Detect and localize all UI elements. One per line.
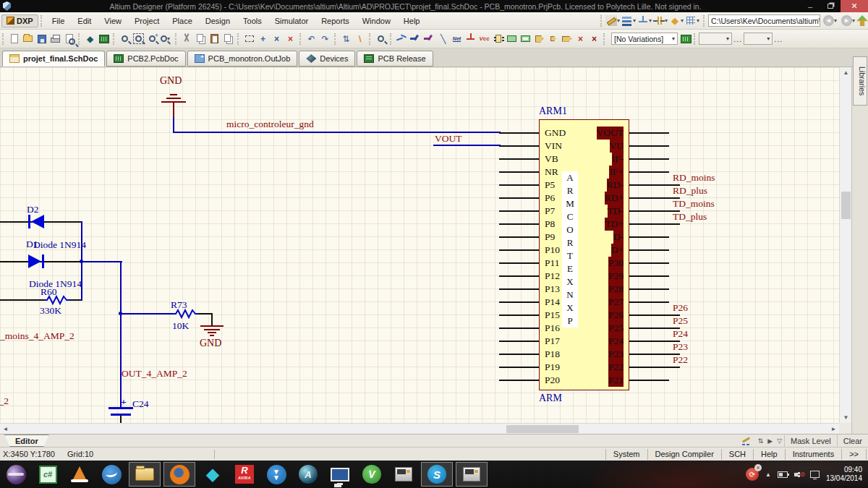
menu-file[interactable]: File [46,14,72,27]
alignment-tools-icon[interactable] [621,15,633,26]
taskbar-firefox-icon[interactable] [163,462,195,487]
deselect-all-icon[interactable]: × [270,32,284,46]
scroll-left-icon[interactable]: ◄ [0,424,11,434]
net-label-rd-plus[interactable]: RD_plus [673,185,707,197]
place-line-icon[interactable]: ╲ [436,32,450,46]
drawing-tools-icon[interactable] [605,15,617,26]
forward-button[interactable]: ► [841,15,852,26]
taskbar-skype-icon[interactable]: S [421,462,453,487]
move-selection-icon[interactable]: + [256,32,270,46]
find-similar-icon[interactable] [374,32,388,46]
taskbar-active-box-icon[interactable] [456,462,488,487]
redo-icon[interactable]: ↷ [318,32,332,46]
panel-button-help[interactable]: Help [753,449,785,460]
tray-sync-error-icon[interactable]: ⟳ [746,468,759,481]
wire[interactable] [82,261,122,262]
net-label-moins-4-amp-2[interactable]: _moins_4_AMP_2 [0,330,75,342]
r73-value[interactable]: 10K [172,320,189,332]
dropdown-caret-icon[interactable]: ▾ [617,17,620,24]
r60-value[interactable]: 330K [40,305,61,317]
taskbar-updater-icon[interactable] [265,463,287,485]
menu-help[interactable]: Help [397,14,427,27]
panel-button-instruments[interactable]: Instruments [785,449,841,460]
arm-comment-vertical-text[interactable]: A R M C O R T E X N X P [562,171,578,328]
zoom-dropdown-icon[interactable]: ▾ [159,32,173,46]
favorites-icon[interactable] [856,15,868,26]
taskbar-openoffice-icon[interactable] [101,463,122,485]
place-sheet-entry-icon[interactable] [519,32,532,46]
taskbar-avira-icon[interactable]: RAVIRA [234,463,255,485]
clear-button[interactable]: Clear [837,435,868,447]
selection-filter-icon[interactable]: ⇅ [756,437,766,445]
close-button[interactable]: ✕ [841,0,868,12]
wire[interactable] [120,261,122,408]
place-signal-harness-icon[interactable] [422,32,436,46]
vertical-scrollbar[interactable]: ▲ ▼ [839,67,851,423]
power-sources-icon[interactable] [637,15,649,26]
place-gnd-port-icon[interactable] [464,32,477,46]
grid-settings-icon[interactable] [685,15,697,26]
editor-tab[interactable]: Editor [4,435,49,447]
net-label-p23[interactable]: P23 [673,341,688,353]
place-harness-connector-icon[interactable] [532,32,546,46]
taskbar-csharp-icon[interactable]: c# [37,463,59,485]
tray-battery-icon[interactable] [778,471,788,478]
menu-project[interactable]: Project [128,14,166,27]
zoom-area-icon[interactable] [132,32,145,46]
c24-designator[interactable]: C24 [132,398,149,410]
dropdown-caret-icon[interactable]: ▾ [697,17,699,24]
tab-pcb-monotron-outjob[interactable]: PCB_monotron.OutJob [187,51,298,67]
net-label-micro-controleur-gnd[interactable]: micro_controleur_gnd [226,119,314,130]
tray-network-icon[interactable] [810,471,820,478]
back-button[interactable]: ◄ [823,15,834,26]
taskbar-file-explorer-icon[interactable] [129,462,161,487]
pcb-document-icon[interactable] [97,32,111,46]
open-document-icon[interactable] [21,32,35,46]
net-label-out-4-amp-2[interactable]: OUT_4_AMP_2 [122,368,187,380]
net-label-p25[interactable]: P25 [673,315,688,327]
scroll-right-icon[interactable]: ► [828,424,839,434]
arm-comment-label[interactable]: ARM [539,393,562,404]
taskbar-autocad-icon[interactable]: A [297,463,319,485]
wire[interactable] [120,416,122,423]
play-filter-icon[interactable]: ▶ [765,437,775,445]
place-harness-entry-icon[interactable] [546,32,560,46]
net-label-p26[interactable]: P26 [673,302,688,314]
tab-projet-final-schdoc[interactable]: projet_final.SchDoc [2,51,105,67]
horizontal-scroll-thumb[interactable] [506,425,579,433]
menu-place[interactable]: Place [166,14,199,27]
restore-button[interactable] [820,0,841,12]
dropdown-caret-icon[interactable]: ▾ [633,17,636,24]
place-bus-icon[interactable] [409,32,422,46]
clear-filter-icon[interactable]: × [284,32,297,46]
browse-button-2[interactable]: ... [774,35,783,43]
place-port-icon[interactable] [560,32,574,46]
copy-icon[interactable] [194,32,208,46]
panel-button-sch[interactable]: SCH [721,449,753,460]
select-area-icon[interactable] [242,32,256,46]
menu-tools[interactable]: Tools [237,14,268,27]
menu-view[interactable]: View [98,14,128,27]
wire-vout[interactable] [433,145,501,146]
devices-view-icon[interactable]: ◆ [83,32,97,46]
zoom-document-icon[interactable] [118,32,132,46]
mask-level-button[interactable]: Mask Level [784,435,837,447]
taskbar-altium-icon[interactable]: ◆ [202,463,224,485]
scroll-up-icon[interactable]: ▲ [840,67,852,78]
taskbar-vlc-icon[interactable] [69,463,90,485]
empty-combobox-2[interactable]: ▾ [744,33,773,45]
place-vcc-port-icon[interactable]: Vcc [477,32,491,46]
place-no-erc-icon[interactable]: × [574,32,587,46]
variations-combobox[interactable]: [No Variations]▾ [611,33,678,45]
schematic-canvas[interactable]: GND micro_controleur_gnd VOUT ARM1 GNDVO… [0,67,839,423]
libraries-panel-tab[interactable]: Libraries [853,56,867,106]
dropdown-caret-icon[interactable]: ▾ [665,17,668,24]
paste-icon[interactable] [208,32,221,46]
wire[interactable] [0,299,45,301]
edit-pencil-icon[interactable] [741,437,752,445]
d1-diode-symbol[interactable] [26,253,46,270]
place-sheet-symbol-icon[interactable] [505,32,519,46]
save-icon[interactable] [35,32,48,46]
menu-simulator[interactable]: Simulator [268,14,315,27]
annotate-icon[interactable]: ⇅ [339,32,353,46]
